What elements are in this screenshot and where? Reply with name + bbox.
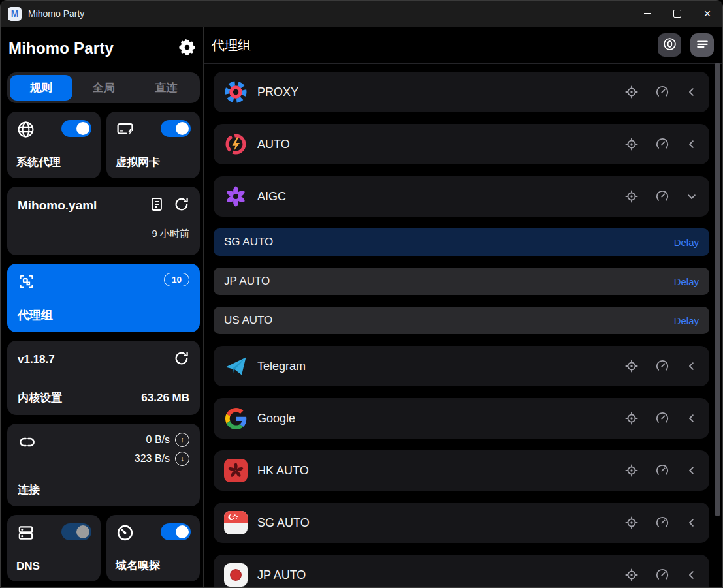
view-toggle-button[interactable] xyxy=(690,33,714,57)
profile-card[interactable]: Mihomo.yaml 9 小时前 xyxy=(7,187,200,255)
delay-button[interactable]: Delay xyxy=(674,276,699,287)
dns-toggle[interactable] xyxy=(61,523,91,540)
delay-test-icon[interactable] xyxy=(655,411,669,426)
proxy-group-row[interactable]: AIGC xyxy=(214,176,709,217)
chevron-icon[interactable] xyxy=(686,517,698,529)
proxy-group-name: JP AUTO xyxy=(257,568,624,582)
globe-icon xyxy=(16,120,35,142)
close-icon: × xyxy=(704,8,711,20)
list-view-icon xyxy=(695,37,710,54)
proxy-item-name: SG AUTO xyxy=(224,236,273,249)
delay-button[interactable]: Delay xyxy=(674,237,699,248)
tun-card[interactable]: 虚拟网卡 xyxy=(106,112,200,178)
locate-icon[interactable] xyxy=(624,189,639,204)
google-icon xyxy=(224,407,248,430)
chevron-icon[interactable] xyxy=(686,86,698,98)
proxy-group-row[interactable]: AUTO xyxy=(214,124,709,164)
app-logo-icon: M xyxy=(8,7,22,21)
delay-test-icon[interactable] xyxy=(655,568,669,582)
maximize-icon xyxy=(673,10,681,18)
locate-icon[interactable] xyxy=(624,516,639,530)
proxy-group-row[interactable]: Google xyxy=(214,398,709,439)
chevron-icon[interactable] xyxy=(686,569,698,581)
minimize-icon xyxy=(644,13,651,14)
chevron-icon[interactable] xyxy=(686,138,698,150)
profile-updated-time: 9 小时前 xyxy=(18,228,189,240)
mode-tab-0[interactable]: 规则 xyxy=(10,75,72,101)
delay-test-icon[interactable] xyxy=(655,189,669,204)
dns-card[interactable]: DNS xyxy=(7,515,101,581)
openai-icon xyxy=(224,185,248,208)
sidebar: Mihomo Party 规则全局直连 系统代理 虚 xyxy=(1,27,203,587)
delay-test-icon[interactable] xyxy=(655,85,669,99)
delay-test-icon[interactable] xyxy=(655,359,669,373)
titlebar: M Mihomo Party × xyxy=(1,1,722,27)
chevron-icon[interactable] xyxy=(686,412,698,424)
delay-test-icon[interactable] xyxy=(655,516,669,530)
sniff-card[interactable]: 域名嗅探 xyxy=(106,515,200,581)
sort-button[interactable] xyxy=(658,33,681,57)
chevron-icon[interactable] xyxy=(686,465,698,476)
mode-tab-1[interactable]: 全局 xyxy=(72,75,135,101)
locate-icon[interactable] xyxy=(624,137,639,151)
proxy-item-name: US AUTO xyxy=(224,314,272,327)
proxy-item-name: JP AUTO xyxy=(224,275,270,288)
close-button[interactable]: × xyxy=(692,1,722,27)
proxy-item-row[interactable]: US AUTO Delay xyxy=(214,307,709,334)
sniff-toggle[interactable] xyxy=(161,523,191,540)
proxy-group-row[interactable]: HK AUTO xyxy=(214,450,709,491)
system-proxy-card[interactable]: 系统代理 xyxy=(7,112,101,178)
delay-test-icon[interactable] xyxy=(655,137,669,151)
main-header: 代理组 xyxy=(204,27,722,64)
delay-button[interactable]: Delay xyxy=(674,315,699,326)
kernel-card[interactable]: v1.18.7 内核设置 63.26 MB xyxy=(7,341,200,415)
settings-button[interactable] xyxy=(176,38,197,59)
proxy-group-list: PROXY AUTO AIGC SG AUTO Delay JP AUTO De… xyxy=(204,64,722,587)
maximize-button[interactable] xyxy=(662,1,692,27)
profile-refresh-icon[interactable] xyxy=(174,196,189,215)
kernel-settings-label: 内核设置 xyxy=(18,390,62,405)
minimize-button[interactable] xyxy=(632,1,662,27)
proxy-group-row[interactable]: Telegram xyxy=(214,346,709,386)
profile-edit-icon[interactable] xyxy=(149,196,165,215)
locate-icon[interactable] xyxy=(624,85,639,99)
outbound-mode-tabs: 规则全局直连 xyxy=(7,72,200,103)
locate-icon[interactable] xyxy=(624,359,639,373)
download-arrow-icon: ↓ xyxy=(175,452,189,466)
proxy-groups-label: 代理组 xyxy=(18,307,189,323)
scrollbar[interactable] xyxy=(715,63,720,516)
chevron-icon[interactable] xyxy=(686,191,698,202)
system-proxy-label: 系统代理 xyxy=(16,155,91,170)
proxywheel-icon xyxy=(224,80,248,104)
locate-icon[interactable] xyxy=(624,568,639,582)
proxy-group-row[interactable]: PROXY xyxy=(214,72,709,112)
dns-label: DNS xyxy=(16,560,91,573)
page-title: 代理组 xyxy=(212,37,251,54)
flagsg-icon xyxy=(224,511,248,534)
connections-card[interactable]: 0 B/s↑ 323 B/s↓ 连接 xyxy=(7,424,200,506)
proxy-group-name: PROXY xyxy=(257,85,624,99)
zero-circle-icon xyxy=(662,37,677,54)
sidebar-title: Mihomo Party xyxy=(8,39,114,57)
proxy-item-row[interactable]: JP AUTO Delay xyxy=(214,268,709,295)
proxy-group-name: Google xyxy=(257,412,624,426)
flagjp-icon xyxy=(224,563,248,587)
kernel-restart-icon[interactable] xyxy=(174,350,189,369)
locate-icon[interactable] xyxy=(624,411,639,426)
sidebar-item-proxy-groups[interactable]: 10 代理组 xyxy=(7,264,200,332)
telegram-icon xyxy=(224,354,248,378)
chevron-icon[interactable] xyxy=(686,360,698,372)
system-proxy-toggle[interactable] xyxy=(61,120,91,137)
proxy-item-row[interactable]: SG AUTO Delay xyxy=(214,228,709,256)
proxy-group-row[interactable]: JP AUTO xyxy=(214,555,709,587)
locate-icon[interactable] xyxy=(624,463,639,478)
mode-tab-2[interactable]: 直连 xyxy=(135,75,197,101)
proxy-group-row[interactable]: SG AUTO xyxy=(214,503,709,543)
tun-toggle[interactable] xyxy=(161,120,191,137)
titlebar-app-title: Mihomo Party xyxy=(28,8,84,19)
upload-arrow-icon: ↑ xyxy=(175,433,189,447)
flaghk-icon xyxy=(224,459,248,482)
proxy-groups-count-badge: 10 xyxy=(164,273,189,286)
app-window: M Mihomo Party × Mihomo Party 规则全局直连 系统代… xyxy=(0,0,723,588)
delay-test-icon[interactable] xyxy=(655,463,669,478)
